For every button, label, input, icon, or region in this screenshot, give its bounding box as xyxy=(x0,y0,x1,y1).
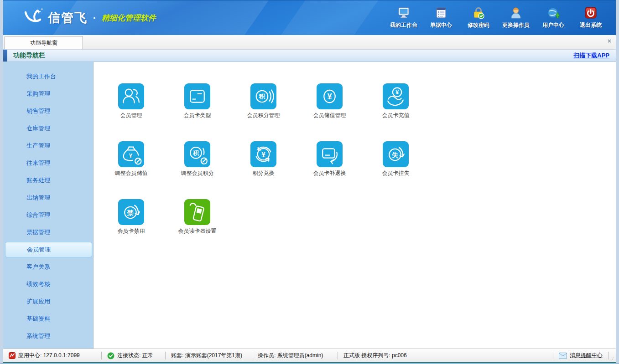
sidebar-item-13[interactable]: 扩展应用 xyxy=(3,293,93,310)
document-center-icon xyxy=(434,6,448,20)
app-window: 信管飞 · 精细化管理软件 我的工作台单据中心修改密码更换操作员用户中心退出系统… xyxy=(0,0,619,364)
sidebar-item-3[interactable]: 仓库管理 xyxy=(3,120,93,137)
sidebar-item-12[interactable]: 绩效考核 xyxy=(3,276,93,293)
toolbar-button-label: 更换操作员 xyxy=(502,21,530,29)
toolbar-button-0[interactable]: 我的工作台 xyxy=(385,6,422,29)
sidebar-item-14[interactable]: 基础资料 xyxy=(3,310,93,328)
app-subtitle: 精细化管理软件 xyxy=(102,13,156,23)
switch-operator-icon xyxy=(509,6,523,20)
tab-function-navigator[interactable]: 功能导航窗 xyxy=(5,36,83,49)
message-icon xyxy=(559,353,567,359)
resize-grip[interactable]: ⋰ xyxy=(609,349,616,362)
status-text: 操作员: 系统管理员(admin) xyxy=(258,352,323,359)
sidebar-item-7[interactable]: 出纳管理 xyxy=(3,189,93,206)
sidebar-item-label: 客户关系 xyxy=(26,263,50,271)
tile-label: 会员积分管理 xyxy=(247,112,280,119)
tile-label: 会员读卡器设置 xyxy=(178,227,217,235)
status-segment-1: 连接状态: 正常 xyxy=(102,352,166,359)
change-password-icon xyxy=(472,6,485,20)
status-text: 应用中心: 127.0.0.1:7099 xyxy=(18,352,80,359)
toolbar-button-2[interactable]: 修改密码 xyxy=(460,6,497,29)
adjust-stored-value-icon: ¥ xyxy=(118,141,144,167)
sidebar-item-11[interactable]: 客户关系 xyxy=(3,258,93,276)
tile-2-0[interactable]: 禁会员卡禁用 xyxy=(98,199,164,235)
logo-mark-icon xyxy=(22,8,43,28)
message-center-link[interactable]: 消息提醒中心 xyxy=(553,352,609,359)
card-disable-icon: 禁 xyxy=(118,199,144,225)
tile-label: 调整会员储值 xyxy=(115,169,148,177)
main-body: 我的工作台采购管理销售管理仓库管理生产管理往来管理账务处理出纳管理综合管理票据管… xyxy=(3,62,616,349)
sidebar-item-4[interactable]: 生产管理 xyxy=(3,137,93,154)
sidebar-item-5[interactable]: 往来管理 xyxy=(3,154,93,172)
sidebar-item-label: 绩效考核 xyxy=(26,280,50,288)
svg-text:失: 失 xyxy=(392,151,399,159)
status-text: 正式版 授权序列号: pc006 xyxy=(343,352,407,359)
exit-system-icon xyxy=(584,6,598,20)
sidebar-item-1[interactable]: 采购管理 xyxy=(3,85,93,103)
status-segment-2: 账套: 演示账套(2017年第1期) xyxy=(166,352,252,359)
tile-label: 会员卡类型 xyxy=(184,112,211,119)
tab-strip: 功能导航窗 × xyxy=(3,35,616,50)
user-center-icon xyxy=(546,6,560,20)
sidebar-item-2[interactable]: 销售管理 xyxy=(3,103,93,120)
status-segment-4: 正式版 授权序列号: pc006 xyxy=(338,352,553,359)
status-segment-3: 操作员: 系统管理员(admin) xyxy=(252,352,338,359)
tile-label: 积分兑换 xyxy=(253,169,275,177)
tile-1-1[interactable]: 积调整会员积分 xyxy=(164,141,230,177)
svg-text:¥: ¥ xyxy=(327,92,332,101)
app-center-icon xyxy=(9,352,16,359)
tile-1-4[interactable]: 失会员卡挂失 xyxy=(363,141,429,177)
card-replace-icon xyxy=(317,141,343,167)
toolbar-button-3[interactable]: 更换操作员 xyxy=(497,6,535,29)
toolbar-button-1[interactable]: 单据中心 xyxy=(422,6,460,29)
toolbar-button-label: 用户中心 xyxy=(542,21,564,29)
tile-0-1[interactable]: 会员卡类型 xyxy=(164,83,230,119)
sidebar-item-label: 票据管理 xyxy=(26,228,50,236)
toolbar-button-5[interactable]: 退出系统 xyxy=(572,6,609,29)
toolbar-button-label: 修改密码 xyxy=(468,21,489,29)
grid-row-2: 禁会员卡禁用会员读卡器设置 xyxy=(98,199,616,235)
app-title: 信管飞 xyxy=(48,10,88,26)
tile-label: 会员卡充值 xyxy=(382,112,410,119)
message-center-label: 消息提醒中心 xyxy=(570,352,603,359)
svg-text:¥: ¥ xyxy=(395,89,399,96)
svg-text:¥: ¥ xyxy=(261,150,265,159)
scan-download-app-link[interactable]: 扫描下载APP xyxy=(573,51,609,60)
tile-0-2[interactable]: 积会员积分管理 xyxy=(230,83,296,119)
sidebar-item-label: 往来管理 xyxy=(26,159,50,167)
connection-ok-icon xyxy=(107,352,114,359)
toolbar-button-4[interactable]: 用户中心 xyxy=(535,6,572,29)
sidebar-item-0[interactable]: 我的工作台 xyxy=(3,68,93,85)
sidebar-item-label: 我的工作台 xyxy=(26,72,56,81)
tile-1-3[interactable]: 会员卡补退换 xyxy=(296,141,363,177)
svg-text:¥: ¥ xyxy=(129,152,133,159)
section-title: 功能导航栏 xyxy=(13,51,45,60)
grid-row-0: 会员管理会员卡类型积会员积分管理¥会员储值管理¥会员卡充值 xyxy=(98,83,616,119)
sidebar-item-label: 扩展应用 xyxy=(26,297,50,306)
tile-label: 调整会员积分 xyxy=(181,169,214,177)
app-logo: 信管飞 · 精细化管理软件 xyxy=(22,8,156,28)
points-exchange-icon: ¥ xyxy=(250,141,276,167)
tile-0-0[interactable]: 会员管理 xyxy=(98,83,164,119)
section-header: 功能导航栏 扫描下载APP xyxy=(3,50,616,62)
sidebar-item-8[interactable]: 综合管理 xyxy=(3,206,93,224)
adjust-points-icon: 积 xyxy=(184,141,210,167)
tile-1-0[interactable]: ¥调整会员储值 xyxy=(98,141,164,177)
sidebar-item-label: 采购管理 xyxy=(26,90,50,98)
sidebar-item-9[interactable]: 票据管理 xyxy=(3,224,93,241)
tile-2-1[interactable]: 会员读卡器设置 xyxy=(164,199,230,235)
sidebar-item-label: 生产管理 xyxy=(26,142,50,150)
sidebar-item-15[interactable]: 系统管理 xyxy=(3,328,93,345)
tile-label: 会员管理 xyxy=(120,112,142,119)
tile-0-3[interactable]: ¥会员储值管理 xyxy=(296,83,363,119)
sidebar-item-6[interactable]: 账务处理 xyxy=(3,172,93,189)
close-icon[interactable]: × xyxy=(608,38,611,44)
logo-separator: · xyxy=(93,13,96,23)
sidebar-item-10[interactable]: 会员管理 xyxy=(5,242,92,257)
tile-0-4[interactable]: ¥会员卡充值 xyxy=(363,83,429,119)
card-loss-icon: 失 xyxy=(383,141,409,167)
status-segment-0: 应用中心: 127.0.0.1:7099 xyxy=(3,352,102,359)
member-group-icon xyxy=(118,83,144,109)
tile-1-2[interactable]: ¥积分兑换 xyxy=(230,141,296,177)
card-reader-icon xyxy=(184,199,210,225)
